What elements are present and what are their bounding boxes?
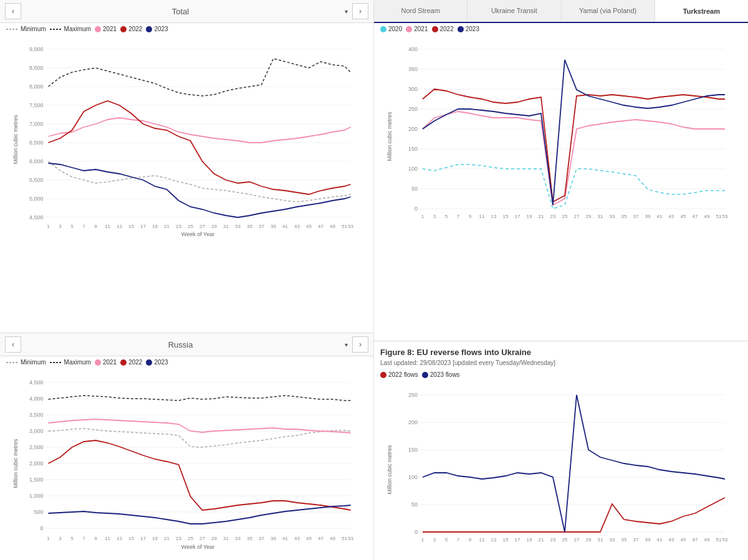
svg-text:41: 41 bbox=[282, 224, 288, 229]
svg-text:47: 47 bbox=[318, 536, 324, 541]
svg-text:2,000: 2,000 bbox=[29, 460, 44, 467]
svg-text:31: 31 bbox=[598, 214, 603, 219]
tab-ukraine-transit[interactable]: Ukraine Transit bbox=[467, 0, 561, 22]
top-right-chart: Million cubic metres 400 350 300 250 200… bbox=[376, 40, 743, 233]
svg-text:7: 7 bbox=[82, 224, 85, 229]
svg-text:53: 53 bbox=[722, 214, 728, 219]
svg-text:37: 37 bbox=[259, 536, 264, 541]
svg-text:6,500: 6,500 bbox=[29, 140, 44, 146]
svg-text:15: 15 bbox=[128, 224, 134, 229]
svg-text:27: 27 bbox=[574, 214, 580, 219]
bottom-left-title: Russia bbox=[21, 340, 340, 349]
svg-text:19: 19 bbox=[152, 224, 158, 229]
tab-nord-stream[interactable]: Nord Stream bbox=[374, 0, 467, 22]
svg-text:41: 41 bbox=[282, 536, 288, 541]
svg-text:1: 1 bbox=[47, 536, 50, 541]
svg-text:5: 5 bbox=[445, 214, 448, 219]
top-right-chart-area: Million cubic metres 400 350 300 250 200… bbox=[374, 35, 748, 341]
svg-text:35: 35 bbox=[621, 214, 627, 219]
svg-text:2,500: 2,500 bbox=[29, 444, 44, 450]
bottom-left-nav: ‹ Russia ▾ › bbox=[0, 333, 373, 356]
svg-text:29: 29 bbox=[586, 537, 592, 543]
svg-text:1,500: 1,500 bbox=[29, 477, 44, 483]
svg-text:5,000: 5,000 bbox=[29, 196, 44, 202]
svg-text:43: 43 bbox=[669, 214, 674, 219]
svg-text:37: 37 bbox=[259, 224, 264, 229]
top-left-dropdown-icon[interactable]: ▾ bbox=[340, 8, 352, 15]
svg-text:7: 7 bbox=[82, 536, 85, 541]
legend-item-maximum: Maximum bbox=[50, 26, 91, 32]
bottom-left-dropdown-icon[interactable]: ▾ bbox=[340, 341, 352, 348]
svg-text:250: 250 bbox=[408, 392, 418, 398]
svg-text:17: 17 bbox=[140, 224, 146, 229]
svg-text:Week of Year: Week of Year bbox=[181, 544, 214, 550]
svg-text:Million cubic metres: Million cubic metres bbox=[386, 112, 393, 161]
svg-text:17: 17 bbox=[515, 537, 520, 543]
svg-text:51: 51 bbox=[342, 224, 347, 229]
svg-text:47: 47 bbox=[693, 214, 698, 219]
svg-text:21: 21 bbox=[164, 224, 170, 229]
svg-text:39: 39 bbox=[271, 224, 276, 229]
svg-text:29: 29 bbox=[211, 536, 217, 541]
svg-text:43: 43 bbox=[294, 224, 300, 229]
svg-text:3,500: 3,500 bbox=[29, 412, 44, 418]
svg-text:3: 3 bbox=[59, 536, 62, 541]
top-left-prev-button[interactable]: ‹ bbox=[5, 3, 21, 19]
svg-text:300: 300 bbox=[408, 86, 418, 92]
svg-text:29: 29 bbox=[211, 224, 217, 229]
svg-text:39: 39 bbox=[645, 214, 651, 219]
svg-text:27: 27 bbox=[574, 537, 580, 543]
svg-text:250: 250 bbox=[408, 106, 418, 112]
svg-text:21: 21 bbox=[539, 214, 544, 219]
svg-text:13: 13 bbox=[117, 224, 122, 229]
svg-text:43: 43 bbox=[669, 537, 674, 543]
svg-text:Million cubic metres: Million cubic metres bbox=[12, 439, 19, 488]
svg-text:23: 23 bbox=[550, 214, 556, 219]
bottom-left-prev-button[interactable]: ‹ bbox=[5, 336, 21, 353]
svg-text:27: 27 bbox=[199, 536, 205, 541]
svg-text:33: 33 bbox=[610, 214, 615, 219]
top-left-legend: Minimum Maximum 2021 2022 2023 bbox=[0, 23, 373, 35]
svg-text:4,500: 4,500 bbox=[29, 214, 44, 221]
top-left-next-button[interactable]: › bbox=[352, 3, 368, 19]
svg-text:27: 27 bbox=[199, 224, 205, 229]
bl-legend-2022: 2022 bbox=[120, 359, 142, 366]
svg-text:49: 49 bbox=[330, 224, 335, 229]
svg-text:17: 17 bbox=[140, 536, 146, 541]
svg-text:21: 21 bbox=[539, 537, 544, 543]
svg-text:4,500: 4,500 bbox=[29, 379, 44, 386]
svg-text:53: 53 bbox=[348, 536, 353, 541]
svg-text:1: 1 bbox=[421, 214, 424, 219]
tab-turkstream[interactable]: Turkstream bbox=[655, 0, 748, 23]
bottom-left-chart-area: Million cubic metres 4,500 4,000 3,500 3… bbox=[0, 368, 373, 560]
svg-text:49: 49 bbox=[704, 214, 710, 219]
svg-text:17: 17 bbox=[515, 214, 520, 219]
bl-legend-2023: 2023 bbox=[146, 359, 168, 366]
svg-text:7: 7 bbox=[457, 537, 460, 543]
svg-text:15: 15 bbox=[503, 214, 509, 219]
svg-text:45: 45 bbox=[681, 537, 686, 543]
top-left-chart-area: Million cubic metres 9,000 8,500 8,000 7… bbox=[0, 35, 373, 333]
tr-legend-2021: 2021 bbox=[406, 26, 428, 32]
bottom-right-chart-area: Million cubic metres 250 200 150 100 50 … bbox=[374, 381, 748, 560]
svg-text:25: 25 bbox=[562, 214, 568, 219]
svg-text:39: 39 bbox=[645, 537, 651, 543]
svg-text:0: 0 bbox=[415, 529, 418, 535]
tab-yamal[interactable]: Yamal (via Poland) bbox=[562, 0, 655, 22]
top-left-title: Total bbox=[21, 7, 340, 16]
svg-text:49: 49 bbox=[330, 536, 335, 541]
svg-text:7,500: 7,500 bbox=[29, 102, 44, 108]
svg-text:37: 37 bbox=[633, 214, 639, 219]
legend-item-2023: 2023 bbox=[146, 26, 168, 32]
svg-text:15: 15 bbox=[128, 536, 134, 541]
bottom-left-next-button[interactable]: › bbox=[352, 336, 368, 353]
svg-text:25: 25 bbox=[562, 537, 568, 543]
svg-text:41: 41 bbox=[657, 537, 663, 543]
svg-text:1,000: 1,000 bbox=[29, 493, 44, 499]
svg-text:23: 23 bbox=[550, 537, 556, 543]
svg-text:50: 50 bbox=[411, 501, 418, 508]
svg-text:3: 3 bbox=[433, 537, 436, 543]
svg-text:0: 0 bbox=[40, 525, 43, 531]
svg-text:21: 21 bbox=[164, 536, 170, 541]
svg-text:41: 41 bbox=[657, 214, 663, 219]
